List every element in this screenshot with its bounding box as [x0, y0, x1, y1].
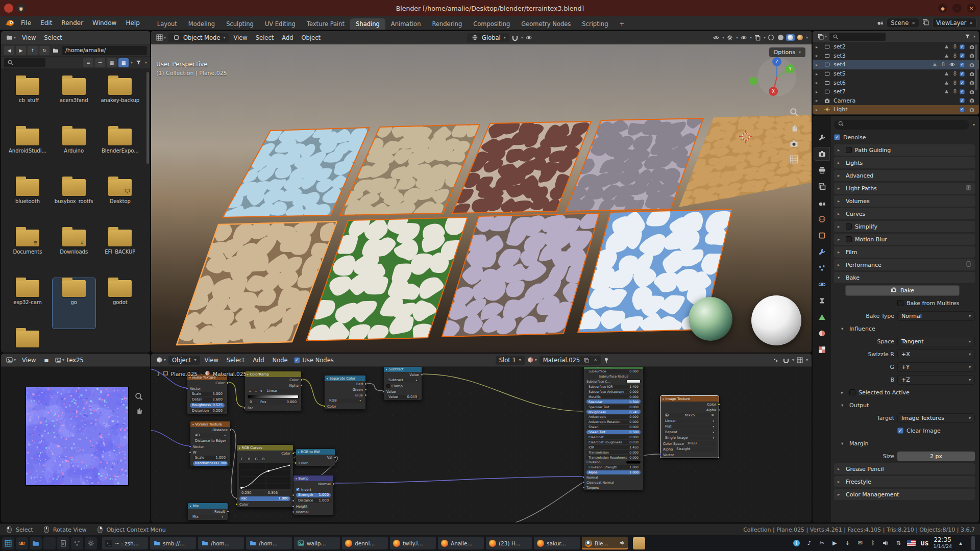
- taskbar-window--23-h-[interactable]: (23) H...: [486, 537, 532, 549]
- folder-item-desktop[interactable]: Desktop: [99, 177, 141, 228]
- prop-performance-presets-icon[interactable]: [966, 261, 971, 268]
- window-close-button[interactable]: ✕: [967, 4, 976, 13]
- node-sepcol-rgb[interactable]: RGB▾: [325, 398, 365, 404]
- display-mode-list-button[interactable]: ≡: [83, 58, 93, 67]
- node-overlay-icon[interactable]: [795, 357, 804, 364]
- node-tex-linear[interactable]: Linear▾: [660, 418, 719, 424]
- folder-item-acers3fand[interactable]: acers3fand: [53, 76, 95, 127]
- folder-item-documents[interactable]: ≡Documents: [6, 228, 49, 278]
- menu-render[interactable]: Render: [57, 18, 88, 28]
- prop-clear-image-checkbox[interactable]: [897, 428, 903, 434]
- file-nav-back-button[interactable]: ◀: [4, 46, 14, 55]
- prop-simplify-checkbox[interactable]: [846, 223, 852, 230]
- file-nav-refresh-button[interactable]: ↻: [39, 46, 50, 55]
- node-bsdf-transmission-roughness[interactable]: Transmission Roughness0.000: [584, 455, 643, 460]
- node-bsdf-subsurface[interactable]: Subsurface0.000: [584, 369, 643, 374]
- shading-material-preview-button[interactable]: [786, 34, 795, 41]
- outliner-item-camera[interactable]: ▸Camera: [813, 96, 979, 106]
- node-math-subtract[interactable]: Subtract▾: [384, 378, 422, 383]
- prop-bake-button[interactable]: Bake: [845, 285, 960, 296]
- blender-logo-icon[interactable]: [5, 19, 14, 27]
- prop-target-dropdown[interactable]: Image Textures▾: [897, 413, 975, 423]
- workspace-tab-layout[interactable]: Layout: [152, 18, 183, 30]
- taskbar-window-sakur-[interactable]: sakur...: [534, 537, 580, 549]
- node-editor-menu-select[interactable]: Select: [223, 356, 248, 365]
- prop-denoise-checkbox[interactable]: [834, 134, 840, 140]
- node-bump-distance[interactable]: Distance1.000: [293, 498, 333, 504]
- display-mode-thumb-big-button[interactable]: ▦: [118, 58, 129, 67]
- node-tex[interactable]: ▾Image TextureColorAlphatex25✕Linear▾Fla…: [660, 395, 719, 458]
- display-mode-list-detail-button[interactable]: ☰: [95, 58, 105, 67]
- outliner-item-set5[interactable]: ▸set58: [813, 69, 979, 79]
- use-nodes-checkbox[interactable]: Use Nodes: [292, 356, 335, 364]
- menu-window[interactable]: Window: [88, 18, 121, 28]
- node-rgb2bw[interactable]: ▾RGB to BWValColor: [296, 448, 335, 466]
- display-mode-thumb-small-button[interactable]: ▦: [107, 58, 117, 67]
- image-editor-menu-view[interactable]: View: [18, 356, 39, 365]
- prop-space-dropdown[interactable]: Tangent▾: [897, 337, 975, 346]
- prop-selected-to-active-checkbox[interactable]: [849, 389, 855, 395]
- editor-type-3d-viewport[interactable]: ▾: [155, 34, 167, 41]
- node-curves-numpair[interactable]: 0.2300.306: [237, 490, 293, 496]
- node-curves-fac[interactable]: Fac1.000: [237, 496, 293, 502]
- xray-toggle-icon[interactable]: [753, 34, 762, 41]
- hide-viewport-icon[interactable]: [948, 61, 957, 68]
- viewport-menu-select[interactable]: Select: [252, 33, 277, 42]
- workspace-tab-scripting[interactable]: Scripting: [576, 18, 614, 30]
- node-bsdf-roughness[interactable]: Roughness0.745: [584, 409, 643, 414]
- node-math[interactable]: ▾SubtractValueSubtract▾ClampValueValue0.…: [383, 366, 422, 400]
- normal-map-image[interactable]: [26, 387, 128, 485]
- section-arrow[interactable]: ▸: [838, 262, 843, 267]
- node-bsdf-specular[interactable]: Specular0.500: [584, 399, 643, 404]
- launcher-terminal-icon[interactable]: [43, 537, 56, 549]
- workspace-tab-shading[interactable]: Shading: [350, 18, 385, 30]
- file-nav-up-button[interactable]: ↑: [28, 46, 38, 55]
- properties-tab-render[interactable]: [814, 147, 829, 160]
- properties-search-input[interactable]: [834, 120, 969, 130]
- launcher-editor-icon[interactable]: [57, 537, 69, 549]
- taskbar-clock[interactable]: 22:35 1/14/24: [933, 537, 952, 549]
- workspace-tab-animation[interactable]: Animation: [385, 18, 427, 30]
- taskbar-window-denni-[interactable]: denni...: [342, 537, 388, 549]
- notifications-icon[interactable]: ▴: [957, 539, 965, 547]
- prop-volumes-section[interactable]: ▸Volumes: [834, 195, 975, 207]
- prop-margin-subsection[interactable]: ▾Margin: [834, 438, 975, 449]
- proportional-editing-icon[interactable]: [524, 34, 533, 41]
- viewport-zoom-button[interactable]: [790, 108, 798, 116]
- prop-influence-subsection[interactable]: ▾Influence: [834, 323, 975, 334]
- taskbar-window-smb-[interactable]: smb://...: [150, 537, 196, 549]
- outliner-item-set2[interactable]: ▸set28: [813, 42, 979, 52]
- tray-volume-icon[interactable]: [881, 539, 890, 547]
- expand-icon[interactable]: ▸: [816, 44, 821, 49]
- node-tex-flat[interactable]: Flat▾: [660, 424, 719, 430]
- workspace-tab-texture-paint[interactable]: Texture Paint: [301, 18, 350, 30]
- prop-path-guiding-section[interactable]: ▸Path Guiding: [834, 144, 975, 156]
- node-bsdf-subsurface-anisotropy[interactable]: Subsurface Anisotropy0.000: [584, 389, 643, 394]
- tray-bluetooth-icon[interactable]: ᛒ: [869, 539, 877, 547]
- folder-item-efi-backup[interactable]: EFI_BACKUP: [99, 228, 141, 278]
- node-editor-menu-add[interactable]: Add: [249, 356, 267, 365]
- tray-download-icon[interactable]: ↓: [843, 539, 851, 547]
- tray-screenshot-icon[interactable]: ✂: [818, 539, 826, 547]
- tray-media-icon[interactable]: ♪: [805, 539, 813, 547]
- exclude-checkbox[interactable]: [960, 44, 965, 49]
- outliner-scrollbar[interactable]: [975, 44, 977, 90]
- node-tex-repeat[interactable]: Repeat▾: [660, 430, 719, 435]
- image-editor-hamburger-icon[interactable]: ≡: [40, 356, 53, 365]
- launcher-app-menu-icon[interactable]: [2, 537, 14, 549]
- section-arrow[interactable]: ▸: [838, 173, 843, 178]
- prop-film-section[interactable]: ▸Film: [834, 246, 975, 258]
- node-tex-alpha[interactable]: AlphaStraight: [660, 446, 719, 452]
- taskbar-window-analie-[interactable]: Analie...: [438, 537, 484, 549]
- outliner-filter-icon[interactable]: [963, 33, 972, 40]
- node-bsdf-metallic[interactable]: Metallic0.000: [584, 394, 643, 399]
- show-desktop-button[interactable]: [971, 536, 975, 550]
- editor-type-shader[interactable]: ▾: [155, 356, 167, 364]
- workspace-tab-compositing[interactable]: Compositing: [468, 18, 516, 30]
- snap-dropdown[interactable]: ▾: [521, 35, 523, 40]
- editor-type-file-browser[interactable]: ▾: [5, 34, 17, 41]
- node-bump[interactable]: ▾BumpNormalInvertStrength1.000Distance1.…: [293, 475, 334, 515]
- tray-play-icon[interactable]: ▶: [830, 539, 839, 547]
- folder-item-esp32-cam[interactable]: esp32-cam: [6, 278, 49, 329]
- material-slot-dropdown[interactable]: Slot 1▾: [496, 356, 525, 365]
